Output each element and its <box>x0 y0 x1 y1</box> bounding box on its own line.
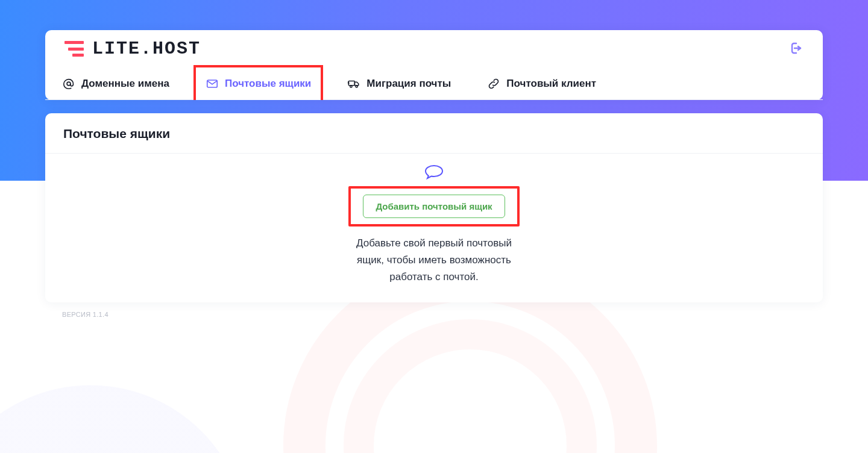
logout-button[interactable] <box>787 40 804 57</box>
chat-bubble-icon <box>424 164 444 183</box>
nav-item-label: Доменные имена <box>81 78 169 90</box>
version-label: ВЕРСИЯ 1.1.4 <box>45 311 823 318</box>
mailboxes-panel: Почтовые ящики Добавить почтовый ящик До… <box>45 113 823 302</box>
nav-item-label: Почтовый клиент <box>506 78 596 90</box>
at-icon <box>62 77 75 90</box>
add-mailbox-button[interactable]: Добавить почтовый ящик <box>363 195 505 218</box>
svg-point-4 <box>356 86 357 87</box>
nav-item-mailboxes[interactable]: Почтовые ящики <box>193 65 323 100</box>
nav-item-domains[interactable]: Доменные имена <box>50 65 181 100</box>
link-icon <box>487 77 500 90</box>
nav-item-label: Миграция почты <box>366 78 451 90</box>
main-nav: Доменные имена Почтовые ящики <box>45 65 823 100</box>
logout-icon <box>788 41 802 57</box>
svg-point-0 <box>67 82 71 86</box>
svg-point-3 <box>350 86 352 87</box>
add-mailbox-highlight: Добавить почтовый ящик <box>348 186 519 226</box>
nav-item-mail-client[interactable]: Почтовый клиент <box>475 65 608 100</box>
truck-icon <box>347 77 360 90</box>
envelope-icon <box>206 77 219 90</box>
panel-title: Почтовые ящики <box>45 113 823 154</box>
logo-mark-icon <box>64 41 84 57</box>
logo-text: LITE.HOST <box>92 39 201 59</box>
decorative-ring <box>344 319 597 453</box>
nav-item-label: Почтовые ящики <box>225 78 311 90</box>
svg-rect-2 <box>349 81 355 85</box>
topbar: LITE.HOST <box>45 30 823 65</box>
nav-item-mail-migration[interactable]: Миграция почты <box>335 65 463 100</box>
empty-state-message: Добавьте свой первый почтовый ящик, чтоб… <box>344 235 524 286</box>
logo[interactable]: LITE.HOST <box>64 39 201 59</box>
